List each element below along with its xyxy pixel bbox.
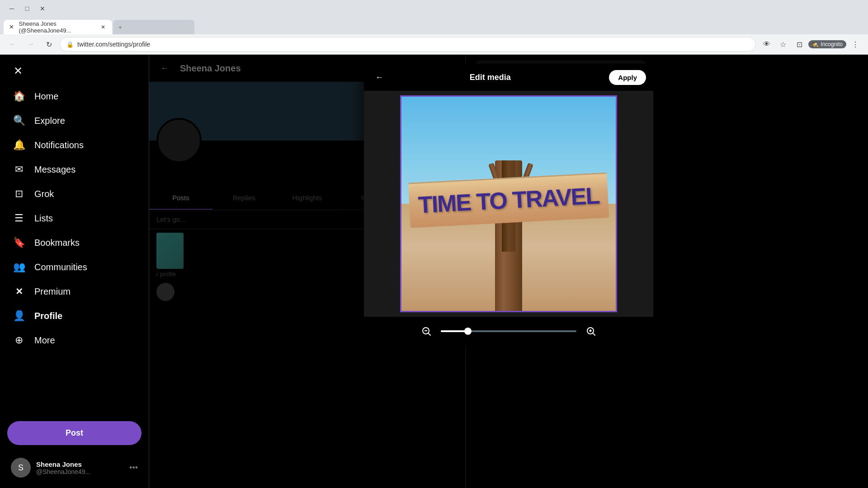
new-tab-label: + [118, 24, 122, 31]
back-navigation-button[interactable]: ← [5, 37, 20, 52]
tab-close-button[interactable]: ✕ [100, 23, 107, 31]
zoom-in-icon [586, 327, 595, 336]
sidebar-item-home[interactable]: 🏠 Home [4, 84, 145, 108]
sidebar-item-explore[interactable]: 🔍 Explore [4, 109, 145, 132]
close-button[interactable]: ✕ [36, 2, 49, 15]
sidebar-user-profile[interactable]: S Sheena Jones @SheenaJone49... ••• [4, 452, 145, 483]
zoom-slider-thumb[interactable] [464, 328, 472, 335]
tab-favicon: ✕ [9, 23, 15, 31]
reload-button[interactable]: ↻ [42, 37, 56, 52]
travel-image: TIME TO TRAVEL [400, 95, 617, 312]
sidebar-item-more[interactable]: ⊕ More [4, 328, 145, 352]
modal-image-crop[interactable]: TIME TO TRAVEL [400, 95, 617, 312]
lists-icon: ☰ [13, 212, 25, 225]
sidebar-user-more-dots: ••• [129, 463, 138, 473]
minimize-button[interactable]: ─ [5, 2, 18, 15]
sidebar-logo[interactable]: ✕ [0, 58, 149, 82]
tab-title: Sheena Jones (@SheenaJone49... [19, 20, 96, 34]
bell-icon: 🔔 [13, 139, 25, 151]
svg-line-6 [593, 333, 595, 335]
sidebar: ✕ 🏠 Home 🔍 Explore 🔔 Notifications ✉ Mes… [0, 55, 149, 488]
sidebar-user-handle: @SheenaJone49... [36, 468, 124, 475]
address-bar[interactable]: 🔒 twitter.com/settings/profile [60, 37, 756, 52]
extensions-icon[interactable]: ⊡ [792, 37, 807, 52]
home-icon: 🏠 [13, 90, 25, 103]
sidebar-item-premium[interactable]: ✕ Premium [4, 280, 145, 303]
bookmark-star-icon[interactable]: ☆ [776, 37, 790, 52]
zoom-slider[interactable] [441, 330, 576, 332]
sidebar-nav: 🏠 Home 🔍 Explore 🔔 Notifications ✉ Messa… [0, 84, 149, 416]
modal-image-area: TIME TO TRAVEL [364, 91, 653, 317]
sidebar-item-lists[interactable]: ☰ Lists [4, 206, 145, 230]
maximize-button[interactable]: □ [21, 2, 33, 15]
x-logo-icon[interactable]: ✕ [9, 62, 27, 80]
modal-controls [364, 317, 653, 346]
sidebar-item-lists-label: Lists [34, 213, 53, 224]
sidebar-item-grok[interactable]: ⊡ Grok [4, 182, 145, 206]
titlebar-controls: ─ □ ✕ [5, 2, 49, 15]
sidebar-item-communities[interactable]: 👥 Communities [4, 255, 145, 279]
incognito-icon: 🕵 [812, 41, 819, 47]
browser-chrome: ─ □ ✕ ✕ Sheena Jones (@SheenaJone49... ✕… [0, 0, 868, 55]
post-button[interactable]: Post [7, 421, 142, 445]
svg-line-2 [428, 333, 430, 335]
sidebar-item-home-label: Home [34, 91, 58, 102]
sidebar-item-messages-label: Messages [34, 164, 75, 175]
inactive-tab[interactable]: + [113, 20, 194, 34]
more-icon: ⊕ [13, 334, 25, 347]
zoom-out-icon [422, 327, 431, 336]
sidebar-item-explore-label: Explore [34, 116, 65, 126]
incognito-label: Incognito [821, 41, 843, 47]
sidebar-item-profile-label: Profile [34, 311, 62, 321]
edit-media-modal: ← Edit media Apply [364, 64, 653, 346]
incognito-badge: 🕵 Incognito [808, 40, 846, 48]
menu-button[interactable]: ⋮ [848, 37, 863, 52]
sidebar-item-bookmarks-label: Bookmarks [34, 238, 80, 248]
modal-apply-button[interactable]: Apply [609, 70, 646, 85]
profile-icon: 👤 [13, 310, 25, 322]
premium-icon: ✕ [13, 285, 25, 298]
sidebar-user-name: Sheena Jones [36, 460, 124, 468]
sidebar-user-info: Sheena Jones @SheenaJone49... [36, 460, 124, 475]
sidebar-user-avatar: S [11, 458, 31, 478]
url-text: twitter.com/settings/profile [77, 41, 150, 48]
sidebar-item-notifications-label: Notifications [34, 140, 84, 150]
eye-slash-icon[interactable]: 👁 [760, 37, 774, 52]
communities-icon: 👥 [13, 261, 25, 273]
toolbar-actions: 👁 ☆ ⊡ 🕵 Incognito ⋮ [760, 37, 863, 52]
sidebar-item-communities-label: Communities [34, 262, 87, 272]
sidebar-item-grok-label: Grok [34, 189, 54, 199]
sidebar-item-notifications[interactable]: 🔔 Notifications [4, 133, 145, 157]
active-tab[interactable]: ✕ Sheena Jones (@SheenaJone49... ✕ [4, 20, 112, 34]
mail-icon: ✉ [13, 163, 25, 176]
twitter-main: ← Sheena Jones Edit profile Posts Replie… [149, 55, 868, 488]
forward-navigation-button[interactable]: → [24, 37, 38, 52]
modal-overlay: ← Edit media Apply [149, 55, 868, 488]
grok-icon: ⊡ [13, 188, 25, 200]
browser-tabs: ✕ Sheena Jones (@SheenaJone49... ✕ + [0, 17, 868, 34]
zoom-out-button[interactable] [419, 324, 434, 338]
sign-text: TIME TO TRAVEL [417, 182, 599, 219]
sidebar-item-profile[interactable]: 👤 Profile [4, 304, 145, 328]
bookmarks-icon: 🔖 [13, 236, 25, 249]
explore-icon: 🔍 [13, 114, 25, 127]
browser-titlebar: ─ □ ✕ [0, 0, 868, 17]
main-content: ✕ 🏠 Home 🔍 Explore 🔔 Notifications ✉ Mes… [0, 55, 868, 488]
zoom-slider-fill [441, 330, 468, 332]
sidebar-item-more-label: More [34, 335, 55, 346]
lock-icon: 🔒 [66, 41, 74, 48]
sidebar-item-premium-label: Premium [34, 286, 71, 297]
zoom-in-button[interactable] [584, 324, 598, 338]
modal-header: ← Edit media Apply [364, 64, 653, 91]
modal-title: Edit media [371, 73, 609, 82]
sidebar-item-messages[interactable]: ✉ Messages [4, 158, 145, 181]
browser-toolbar: ← → ↻ 🔒 twitter.com/settings/profile 👁 ☆… [0, 34, 868, 54]
sidebar-item-bookmarks[interactable]: 🔖 Bookmarks [4, 231, 145, 254]
